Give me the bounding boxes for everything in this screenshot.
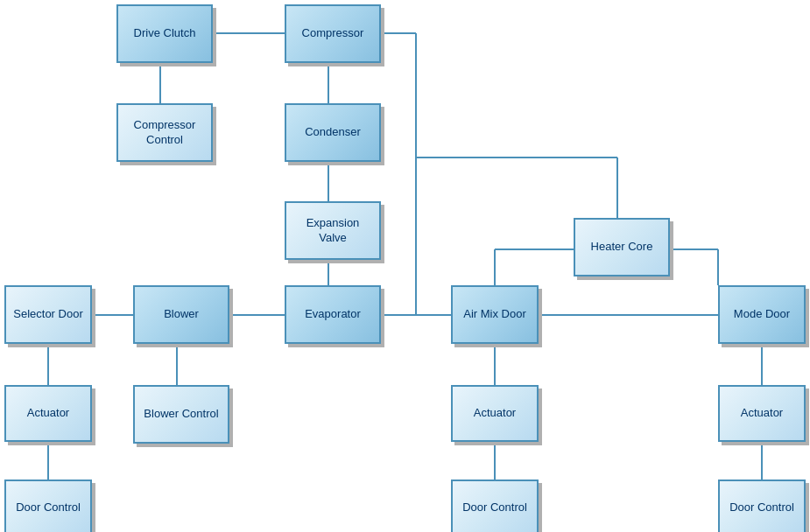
compressor-control-node: Compressor Control	[116, 103, 213, 162]
air-mix-door-node: Air Mix Door	[451, 285, 539, 344]
evaporator-node: Evaporator	[285, 285, 381, 344]
connections-svg	[0, 0, 810, 532]
drive-clutch-node: Drive Clutch	[116, 4, 213, 63]
actuator-sel-node: Actuator	[4, 385, 92, 442]
blower-control-node: Blower Control	[133, 385, 229, 444]
door-control-air-node: Door Control	[451, 480, 539, 532]
door-control-mode-node: Door Control	[718, 480, 806, 532]
actuator-mode-node: Actuator	[718, 385, 806, 442]
selector-door-node: Selector Door	[4, 285, 92, 344]
door-control-sel-node: Door Control	[4, 480, 92, 532]
actuator-air-node: Actuator	[451, 385, 539, 442]
compressor-node: Compressor	[285, 4, 381, 63]
condenser-node: Condenser	[285, 103, 381, 162]
mode-door-node: Mode Door	[718, 285, 806, 344]
diagram-container: Drive Clutch Compressor Control Compress…	[0, 0, 810, 532]
heater-core-node: Heater Core	[574, 218, 670, 276]
blower-node: Blower	[133, 285, 229, 344]
expansion-valve-node: Expansion Valve	[285, 201, 381, 260]
